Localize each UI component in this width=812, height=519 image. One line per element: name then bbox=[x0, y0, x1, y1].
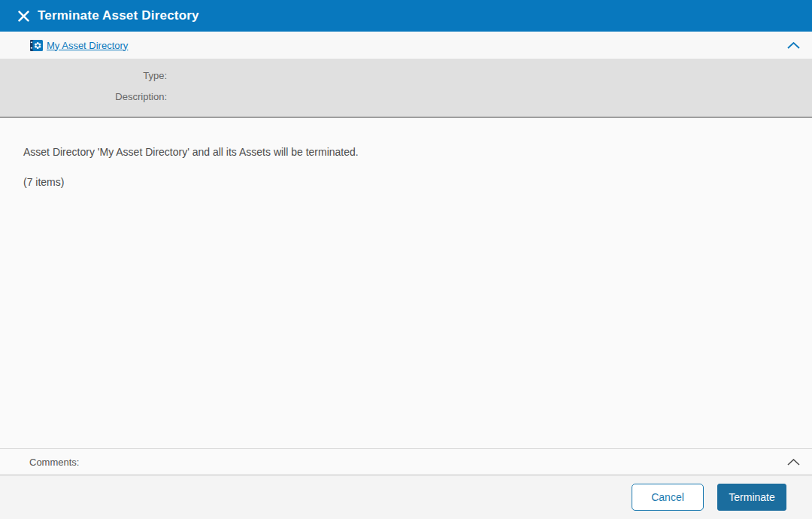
comments-section-header: Comments: bbox=[0, 448, 812, 475]
items-count: (7 items) bbox=[23, 176, 797, 188]
comments-collapse-chevron-up-icon[interactable] bbox=[786, 457, 801, 467]
asset-directory-icon bbox=[30, 39, 43, 52]
termination-message: Asset Directory 'My Asset Directory' and… bbox=[23, 145, 797, 159]
dialog-titlebar: Terminate Asset Directory bbox=[0, 0, 812, 32]
dialog-title: Terminate Asset Directory bbox=[38, 8, 199, 23]
cancel-button[interactable]: Cancel bbox=[632, 484, 704, 511]
close-icon[interactable] bbox=[17, 9, 30, 23]
property-row-description: Description: bbox=[0, 86, 812, 107]
dialog-footer: Cancel Terminate bbox=[0, 475, 812, 519]
property-row-type: Type: bbox=[0, 65, 812, 86]
close-x-glyph bbox=[18, 11, 29, 22]
properties-panel: Type: Description: bbox=[0, 59, 812, 118]
terminate-asset-directory-dialog: Terminate Asset Directory My Asse bbox=[0, 0, 812, 519]
description-label: Description: bbox=[0, 91, 167, 102]
terminate-button[interactable]: Terminate bbox=[717, 484, 786, 511]
asset-panel-collapse-chevron-up-icon[interactable] bbox=[786, 40, 801, 50]
comments-label: Comments: bbox=[29, 457, 79, 468]
message-area: Asset Directory 'My Asset Directory' and… bbox=[0, 118, 812, 448]
asset-directory-link[interactable]: My Asset Directory bbox=[47, 40, 128, 51]
type-label: Type: bbox=[0, 70, 167, 81]
asset-directory-header-row: My Asset Directory bbox=[0, 32, 812, 59]
